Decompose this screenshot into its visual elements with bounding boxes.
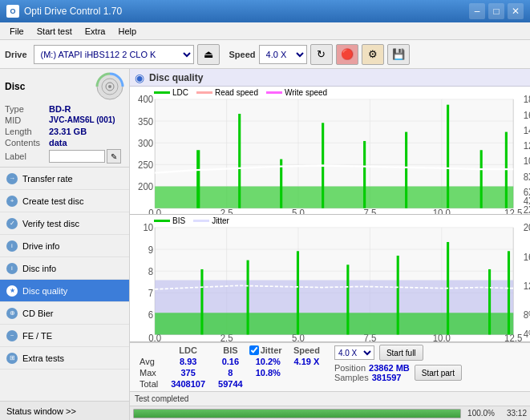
svg-text:7: 7 [148,287,154,299]
settings-button[interactable]: 🔴 [336,44,358,65]
svg-text:10X: 10X [524,155,530,168]
ldc-legend: LDC [154,88,188,97]
drive-label: Drive [5,50,27,59]
speed-select-stats[interactable]: 4.0 X [334,345,374,360]
svg-text:200: 200 [138,181,153,193]
create-test-disc-icon: + [6,196,18,207]
stats-table: LDC BIS Jitter Speed Avg [133,345,326,390]
progress-bar-container: 100.0% 33:12 [130,406,530,420]
svg-text:250: 250 [138,159,153,171]
read-speed-legend: Read speed [196,88,258,97]
disc-mid-row: MID JVC-AMS6L (001) [5,115,124,125]
sidebar-item-verify-test-disc[interactable]: ✓ Verify test disc [0,212,129,235]
avg-speed: 4.19 X [287,356,326,367]
drive-select[interactable]: (M:) ATAPI iHBS112 2 CLO K [34,45,194,64]
action-button[interactable]: ⚙ [362,44,384,65]
position-row: Position 23862 MB Samples 381597 Start p… [334,363,462,382]
titlebar-controls: – □ ✕ [469,3,524,19]
toolbar: Drive (M:) ATAPI iHBS112 2 CLO K ⏏ Speed… [0,40,530,69]
sidebar-item-transfer-rate[interactable]: → Transfer rate [0,168,129,190]
col-jitter-check: Jitter [249,345,287,356]
menu-file[interactable]: File [3,25,30,38]
label-input[interactable] [49,150,105,163]
titlebar-left: O Opti Drive Control 1.70 [6,5,122,18]
sidebar-item-cd-bier[interactable]: ⊕ CD Bier [0,302,129,325]
lower-legend: BIS Jitter [154,216,229,225]
svg-text:8: 8 [148,265,154,277]
close-button[interactable]: ✕ [508,3,524,19]
col-empty [133,345,164,356]
transfer-rate-icon: → [6,173,18,184]
chart-header-icon: ◉ [135,71,144,84]
progress-time: 33:12 [498,409,527,418]
eject-button[interactable]: ⏏ [197,44,220,65]
svg-rect-76 [346,265,349,334]
disc-info-icon: i [6,263,18,274]
jitter-checkbox[interactable] [249,345,259,355]
sidebar-item-drive-info[interactable]: i Drive info [0,235,129,257]
col-ldc: LDC [164,345,212,356]
disc-length-row: Length 23.31 GB [5,127,124,136]
length-value: 23.31 GB [49,127,87,136]
max-bis: 8 [212,367,249,378]
bis-legend: BIS [154,216,185,225]
contents-label: Contents [5,138,49,147]
start-full-button[interactable]: Start full [379,345,423,361]
total-jitter-empty [249,378,287,390]
svg-text:20%: 20% [524,221,530,233]
menu-start-test[interactable]: Start test [30,25,79,38]
progress-track [133,409,461,418]
svg-rect-34 [405,132,407,208]
sidebar-item-fe-te[interactable]: ~ FE / TE [0,325,129,347]
svg-rect-29 [196,150,200,208]
avg-ldc: 8.93 [164,356,212,367]
titlebar: O Opti Drive Control 1.70 – □ ✕ [0,0,530,22]
upper-legend: LDC Read speed Write speed [154,88,327,97]
chart-lower: BIS Jitter [130,215,530,343]
svg-rect-35 [447,105,449,208]
save-button[interactable]: 💾 [387,44,410,65]
minimize-button[interactable]: – [469,3,485,19]
start-part-button[interactable]: Start part [415,365,462,381]
svg-text:350: 350 [138,115,153,127]
menu-extra[interactable]: Extra [79,25,112,38]
svg-text:16%: 16% [524,251,530,263]
svg-text:18X: 18X [524,94,530,106]
chart-title: Disc quality [149,72,203,83]
svg-rect-28 [155,187,513,208]
svg-rect-77 [397,255,399,333]
status-window-button[interactable]: Status window >> [0,401,129,420]
sidebar-item-disc-quality[interactable]: ★ Disc quality [0,280,129,302]
nav-items: → Transfer rate + Create test disc ✓ Ver… [0,168,129,401]
total-ldc: 3408107 [164,378,212,390]
refresh-button[interactable]: ↻ [310,44,333,65]
svg-text:2X: 2X [524,204,530,213]
chart-header: ◉ Disc quality [130,69,530,87]
disc-label-row: Label ✎ [5,149,124,164]
jitter-legend: Jitter [193,216,229,225]
upper-chart-svg: 400 350 300 250 200 0.0 2.5 5.0 7.5 10.0… [130,87,530,214]
sidebar-item-create-test-disc[interactable]: + Create test disc [0,190,129,212]
avg-row: Avg 8.93 0.16 10.2% 4.19 X [133,356,326,367]
speed-select[interactable]: 4.0 X 1.0 X 2.0 X 8.0 X [259,45,307,64]
max-label: Max [133,367,164,378]
verify-test-disc-icon: ✓ [6,218,18,229]
avg-label: Avg [133,356,164,367]
menu-help[interactable]: Help [111,25,143,38]
fe-te-icon: ~ [6,330,18,341]
svg-rect-30 [238,114,241,208]
label-edit-button[interactable]: ✎ [107,149,121,164]
position-info: Position 23862 MB Samples 381597 [334,363,410,382]
mid-value: JVC-AMS6L (001) [49,115,115,125]
total-label: Total [133,378,164,390]
sidebar-item-disc-info[interactable]: i Disc info [0,257,129,280]
maximize-button[interactable]: □ [488,3,504,19]
stats-bar: LDC BIS Jitter Speed Avg [130,342,530,391]
svg-text:16X: 16X [524,109,530,121]
drive-info-icon: i [6,240,18,252]
disc-header: Disc [5,72,124,101]
svg-rect-74 [247,260,249,334]
svg-text:300: 300 [138,137,153,149]
position-value: 23862 MB [369,363,410,373]
sidebar-item-extra-tests[interactable]: ⊞ Extra tests [0,347,129,370]
